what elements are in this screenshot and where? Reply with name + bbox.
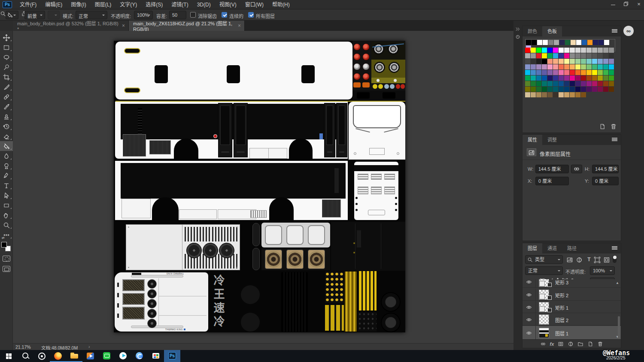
color-swatch[interactable]	[581, 75, 586, 81]
panel-menu-icon[interactable]	[612, 30, 617, 31]
status-more-icon[interactable]: ›	[88, 344, 90, 349]
color-swatch[interactable]	[586, 64, 592, 69]
color-swatch[interactable]	[559, 87, 564, 92]
color-swatch[interactable]	[531, 81, 536, 86]
layer-thumbnail[interactable]	[539, 314, 549, 325]
restore-button[interactable]	[620, 0, 632, 9]
color-swatch[interactable]	[536, 75, 541, 81]
color-swatch[interactable]	[564, 70, 569, 75]
color-swatch[interactable]	[586, 75, 592, 81]
tab-swatches[interactable]: 色板	[542, 26, 562, 36]
layer-visibility-icon[interactable]	[526, 292, 532, 297]
color-swatch[interactable]	[598, 40, 604, 45]
color-swatch[interactable]	[532, 40, 537, 45]
layer-filter-select[interactable]: 类型	[525, 255, 563, 264]
color-swatch[interactable]	[559, 81, 564, 86]
adjustment-layer-icon[interactable]	[568, 341, 574, 347]
color-swatch[interactable]	[559, 70, 564, 75]
color-swatch[interactable]	[586, 48, 592, 53]
color-swatch[interactable]	[570, 64, 575, 69]
blend-mode-select[interactable]: 正常	[525, 266, 563, 275]
color-swatch[interactable]	[525, 59, 530, 64]
color-swatch[interactable]	[559, 64, 564, 69]
color-swatch[interactable]	[603, 87, 608, 92]
color-swatch[interactable]	[570, 53, 575, 58]
color-swatch[interactable]	[559, 59, 564, 64]
taskbar-target-app-icon[interactable]	[33, 350, 50, 362]
color-swatch[interactable]	[526, 40, 531, 45]
filter-shape-layers-icon[interactable]	[594, 256, 601, 263]
collapse-panels-icon[interactable]	[515, 27, 520, 32]
color-swatch[interactable]	[609, 59, 614, 64]
tab-layers[interactable]: 图层	[522, 243, 542, 253]
antialias-checkbox[interactable]	[190, 12, 196, 18]
swap-colors-icon[interactable]: ⇄	[2, 236, 10, 241]
minimize-button[interactable]	[607, 0, 620, 9]
quick-mask-button[interactable]	[3, 256, 10, 262]
color-swatch[interactable]	[609, 53, 614, 58]
color-swatch[interactable]	[565, 40, 570, 45]
tab-channels[interactable]: 通道	[542, 243, 562, 253]
color-swatch[interactable]	[559, 92, 564, 97]
color-swatch[interactable]	[542, 81, 547, 86]
color-swatch[interactable]	[542, 70, 547, 75]
color-swatch[interactable]	[582, 40, 587, 45]
color-swatch[interactable]	[581, 53, 586, 58]
color-swatch[interactable]	[604, 40, 609, 45]
color-swatch[interactable]	[553, 70, 558, 75]
color-swatch[interactable]	[570, 48, 575, 53]
rectangle-tool[interactable]	[0, 200, 13, 210]
eraser-tool[interactable]	[0, 131, 13, 141]
color-swatch[interactable]	[592, 48, 597, 53]
color-swatch[interactable]	[570, 59, 575, 64]
color-swatch[interactable]	[609, 81, 614, 86]
taskbar-store-icon[interactable]	[148, 350, 164, 362]
color-swatch[interactable]	[542, 59, 547, 64]
canvas-area[interactable]: THERMO KING THERMO KING 冷王速冷	[13, 31, 513, 343]
color-swatch[interactable]	[564, 64, 569, 69]
opacity-input[interactable]: 100%	[134, 11, 153, 19]
color-swatch[interactable]	[525, 70, 530, 75]
color-swatch[interactable]	[603, 81, 608, 86]
menu-item[interactable]: 文件(F)	[15, 0, 41, 9]
spot-healing-brush-tool[interactable]	[0, 92, 13, 102]
taskbar-photoshop-icon[interactable]: Ps	[164, 350, 180, 362]
layer-row[interactable]: 图层 2	[522, 314, 621, 326]
color-swatch[interactable]	[525, 87, 530, 92]
foreground-background-colors[interactable]	[1, 242, 12, 252]
taskbar-tencent-video-icon[interactable]	[115, 350, 131, 362]
layer-style-icon[interactable]: fx	[550, 341, 554, 347]
color-swatch[interactable]	[587, 40, 592, 45]
filter-smart-objects-icon[interactable]	[603, 256, 610, 263]
delete-swatch-icon[interactable]	[610, 123, 617, 130]
color-swatch[interactable]	[537, 40, 542, 45]
menu-item[interactable]: 帮助(H)	[268, 0, 294, 9]
delete-layer-icon[interactable]	[597, 341, 603, 347]
tool-preset-picker[interactable]	[6, 11, 18, 19]
color-swatch[interactable]	[581, 64, 586, 69]
creative-cloud-icon[interactable]: ∞	[623, 26, 634, 36]
color-swatch[interactable]	[564, 53, 569, 58]
y-field[interactable]: 0 厘米	[592, 177, 619, 185]
color-swatch[interactable]	[586, 53, 592, 58]
layer-row[interactable]: 矩形 1	[522, 301, 621, 313]
color-swatch[interactable]	[564, 87, 569, 92]
color-swatch[interactable]	[531, 75, 536, 81]
color-swatch[interactable]	[536, 64, 541, 69]
tolerance-input[interactable]: 50	[169, 11, 186, 19]
color-swatch[interactable]	[525, 92, 530, 97]
color-swatch[interactable]	[525, 81, 530, 86]
color-swatch[interactable]	[564, 48, 569, 53]
layer-name[interactable]: 矩形 2	[555, 292, 568, 299]
search-icon[interactable]	[0, 11, 6, 17]
layer-row[interactable]: 图层 1▼	[522, 326, 621, 340]
panel-collapse-strip[interactable]	[514, 25, 521, 51]
color-swatch[interactable]	[581, 59, 586, 64]
color-swatch[interactable]	[609, 87, 614, 92]
color-swatch[interactable]	[536, 53, 541, 58]
color-swatch[interactable]	[575, 92, 580, 97]
lasso-tool[interactable]	[0, 52, 13, 62]
new-group-icon[interactable]	[577, 341, 583, 347]
color-swatch[interactable]	[553, 64, 558, 69]
type-tool[interactable]	[0, 181, 13, 190]
